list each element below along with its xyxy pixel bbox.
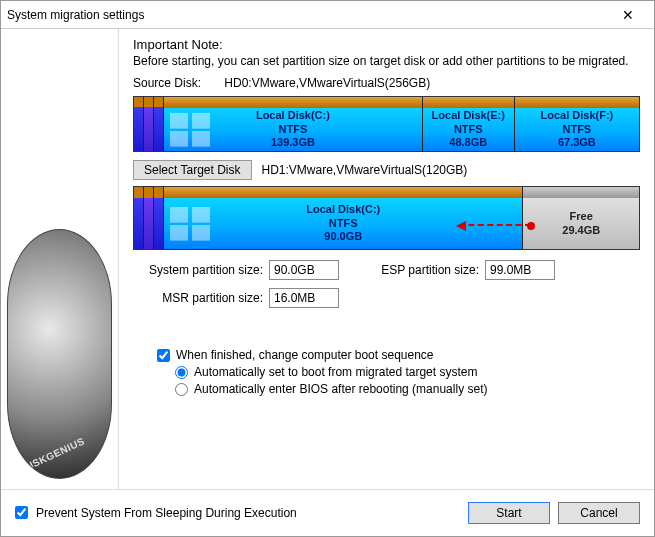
source-partition-f[interactable]: Local Disk(F:) NTFS 67.3GB bbox=[515, 97, 639, 151]
target-free-space[interactable]: Free 29.4GB bbox=[523, 187, 639, 249]
content: DISKGENIUS Important Note: Before starti… bbox=[1, 29, 654, 489]
target-reserved-3[interactable] bbox=[154, 187, 164, 249]
target-reserved-1[interactable] bbox=[134, 187, 144, 249]
disk-image: DISKGENIUS bbox=[7, 229, 112, 479]
prevent-sleep-label: Prevent System From Sleeping During Exec… bbox=[36, 506, 297, 520]
note-body: Before starting, you can set partition s… bbox=[133, 54, 640, 68]
target-partition-c[interactable]: Local Disk(C:) NTFS 90.0GB bbox=[164, 187, 523, 249]
part-fs: NTFS bbox=[306, 217, 380, 231]
part-name: Local Disk(C:) bbox=[306, 203, 380, 217]
window-title: System migration settings bbox=[7, 8, 608, 22]
cancel-button[interactable]: Cancel bbox=[558, 502, 640, 524]
main-panel: Important Note: Before starting, you can… bbox=[119, 29, 654, 489]
source-value: HD0:VMware,VMwareVirtualS(256GB) bbox=[224, 76, 430, 90]
source-partition-c[interactable]: Local Disk(C:) NTFS 139.3GB bbox=[164, 97, 423, 151]
part-size: 67.3GB bbox=[540, 136, 613, 150]
start-button[interactable]: Start bbox=[468, 502, 550, 524]
target-value: HD1:VMware,VMwareVirtualS(120GB) bbox=[262, 163, 468, 177]
bios-label: Automatically enter BIOS after rebooting… bbox=[194, 382, 487, 396]
auto-boot-label: Automatically set to boot from migrated … bbox=[194, 365, 477, 379]
sidebar: DISKGENIUS bbox=[1, 29, 119, 489]
resize-arrow-icon bbox=[459, 224, 531, 226]
source-partition-e[interactable]: Local Disk(E:) NTFS 48.8GB bbox=[423, 97, 515, 151]
source-row: Source Disk: HD0:VMware,VMwareVirtualS(2… bbox=[133, 76, 640, 90]
part-size: 48.8GB bbox=[432, 136, 505, 150]
system-size-input[interactable] bbox=[269, 260, 339, 280]
part-size: 139.3GB bbox=[256, 136, 330, 150]
source-reserved-2[interactable] bbox=[144, 97, 154, 151]
source-reserved-1[interactable] bbox=[134, 97, 144, 151]
windows-logo-icon bbox=[170, 113, 210, 147]
auto-boot-radio[interactable] bbox=[175, 366, 188, 379]
part-name: Local Disk(C:) bbox=[256, 109, 330, 123]
source-disk-bar[interactable]: Local Disk(C:) NTFS 139.3GB Local Disk(E… bbox=[133, 96, 640, 152]
finish-checkbox[interactable] bbox=[157, 349, 170, 362]
part-fs: NTFS bbox=[540, 123, 613, 137]
target-disk-bar[interactable]: Local Disk(C:) NTFS 90.0GB Free 29.4GB bbox=[133, 186, 640, 250]
target-row: Select Target Disk HD1:VMware,VMwareVirt… bbox=[133, 160, 640, 180]
part-name: Local Disk(F:) bbox=[540, 109, 613, 123]
prevent-sleep-checkbox[interactable] bbox=[15, 506, 28, 519]
part-size: 90.0GB bbox=[306, 230, 380, 244]
part-fs: NTFS bbox=[256, 123, 330, 137]
msr-size-label: MSR partition size: bbox=[133, 291, 263, 305]
msr-size-input[interactable] bbox=[269, 288, 339, 308]
size-inputs: System partition size: ESP partition siz… bbox=[133, 260, 640, 308]
bios-radio[interactable] bbox=[175, 383, 188, 396]
windows-logo-icon bbox=[170, 207, 210, 241]
brand-label: DISKGENIUS bbox=[21, 435, 87, 473]
source-reserved-3[interactable] bbox=[154, 97, 164, 151]
close-icon[interactable]: ✕ bbox=[608, 7, 648, 23]
titlebar: System migration settings ✕ bbox=[1, 1, 654, 29]
note-title: Important Note: bbox=[133, 37, 640, 52]
esp-size-input[interactable] bbox=[485, 260, 555, 280]
part-name: Local Disk(E:) bbox=[432, 109, 505, 123]
free-size: 29.4GB bbox=[562, 224, 600, 238]
free-label: Free bbox=[562, 210, 600, 224]
target-reserved-2[interactable] bbox=[144, 187, 154, 249]
options: When finished, change computer boot sequ… bbox=[133, 348, 640, 396]
finish-label: When finished, change computer boot sequ… bbox=[176, 348, 434, 362]
footer: Prevent System From Sleeping During Exec… bbox=[1, 489, 654, 535]
part-fs: NTFS bbox=[432, 123, 505, 137]
system-size-label: System partition size: bbox=[133, 263, 263, 277]
source-label: Source Disk: bbox=[133, 76, 221, 90]
select-target-button[interactable]: Select Target Disk bbox=[133, 160, 252, 180]
esp-size-label: ESP partition size: bbox=[369, 263, 479, 277]
